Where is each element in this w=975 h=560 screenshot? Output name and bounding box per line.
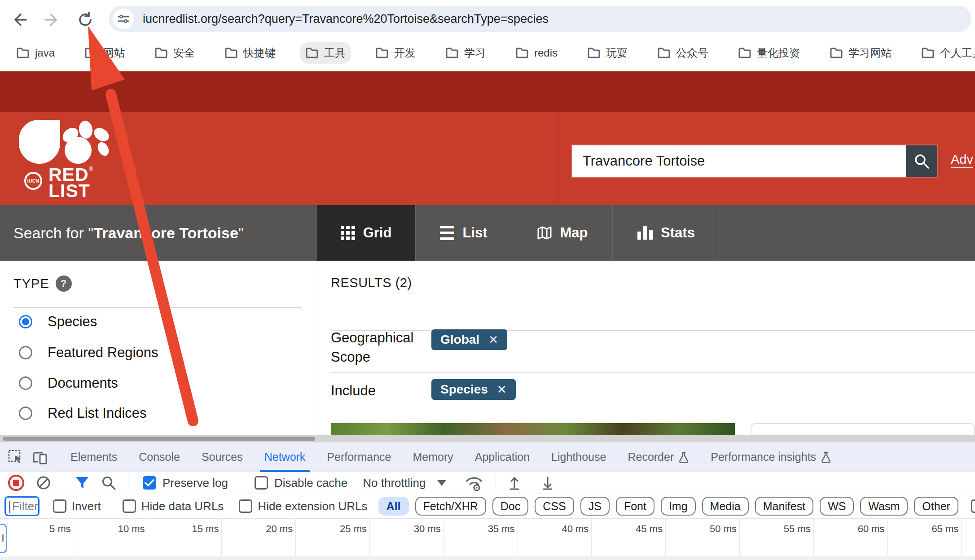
bookmark-folder[interactable]: 量化投资 (733, 42, 805, 64)
preserve-log-checkbox[interactable] (143, 476, 156, 490)
bookmark-folder[interactable]: 快捷键 (219, 42, 281, 64)
filter-pill-doc[interactable]: Doc (492, 497, 528, 516)
filter-pill-wasm[interactable]: Wasm (860, 497, 908, 516)
search-network-icon[interactable] (101, 475, 116, 490)
network-timeline-ruler[interactable]: 5 ms 10 ms 15 ms 20 ms 25 ms 30 ms 35 ms… (0, 519, 975, 560)
radio-icon[interactable] (19, 346, 32, 359)
filter-pill-ws[interactable]: WS (820, 497, 854, 516)
filter-pill-img[interactable]: Img (661, 497, 696, 516)
timeline-tick: 40 ms (518, 519, 592, 560)
iucn-redlist-logo[interactable]: IUCN RED® LIST (19, 119, 136, 200)
content-divider (317, 261, 317, 435)
devtools-tab-network[interactable]: Network (254, 442, 316, 472)
filter-funnel-icon[interactable] (75, 476, 89, 490)
bookmark-folder[interactable]: 学习网站 (824, 42, 897, 64)
import-har-icon[interactable] (508, 475, 521, 490)
hide-data-urls-label[interactable]: Hide data URLs (141, 499, 224, 513)
radio-documents[interactable]: Documents (19, 375, 118, 391)
export-har-icon[interactable] (541, 475, 554, 490)
network-conditions-icon[interactable] (464, 475, 484, 491)
clear-network-log-icon[interactable] (36, 475, 51, 490)
reload-button[interactable] (74, 8, 97, 31)
devtools-tab-memory[interactable]: Memory (402, 442, 464, 472)
site-search-button[interactable] (906, 145, 937, 177)
bookmark-folder[interactable]: java (11, 43, 60, 63)
forward-button[interactable] (40, 8, 63, 31)
logo-text-list: LIST (48, 182, 90, 200)
devtools-tab-application[interactable]: Application (464, 442, 540, 472)
hide-extension-urls-label[interactable]: Hide extension URLs (258, 499, 367, 513)
invert-label[interactable]: Invert (72, 499, 101, 513)
browser-chrome: iucnredlist.org/search?query=Travancore%… (0, 0, 975, 71)
device-toolbar-icon[interactable] (28, 445, 52, 469)
preserve-log-label[interactable]: Preserve log (162, 476, 228, 490)
back-button[interactable] (8, 8, 31, 31)
result-card[interactable] (751, 423, 975, 435)
radio-icon[interactable] (19, 407, 32, 420)
close-icon[interactable]: ✕ (488, 333, 498, 347)
bookmark-folder[interactable]: 安全 (149, 42, 200, 64)
filter-pill-other[interactable]: Other (914, 497, 958, 516)
blocked-cookies-checkbox[interactable] (971, 499, 975, 513)
devtools-tab-lighthouse[interactable]: Lighthouse (540, 442, 617, 472)
radio-icon[interactable] (19, 376, 32, 390)
filter-pill-media[interactable]: Media (702, 497, 749, 516)
devtools-tab-sources[interactable]: Sources (191, 442, 254, 472)
bookmark-folder[interactable]: 网站 (79, 42, 130, 64)
horizontal-scrollbar[interactable] (0, 435, 975, 442)
filter-pill-js[interactable]: JS (580, 497, 610, 516)
tab-stats[interactable]: Stats (612, 205, 720, 261)
disable-cache-label[interactable]: Disable cache (274, 476, 347, 490)
tab-grid[interactable]: Grid (317, 205, 415, 261)
devtools-tab-elements[interactable]: Elements (60, 442, 128, 472)
divider (56, 448, 56, 466)
type-heading: TYPE ? (13, 276, 72, 292)
bookmark-folder[interactable]: 个人工具 (916, 42, 975, 64)
bookmark-folder[interactable]: redis (510, 43, 563, 63)
devtools-tab-performance[interactable]: Performance (316, 442, 402, 472)
site-settings-icon[interactable] (113, 9, 134, 29)
bookmark-folder[interactable]: 玩耍 (582, 42, 633, 64)
bookmark-folder[interactable]: 公众号 (652, 42, 714, 64)
url-bar[interactable]: iucnredlist.org/search?query=Travancore%… (109, 6, 971, 32)
filter-pill-manifest[interactable]: Manifest (755, 497, 813, 516)
bookmark-folder[interactable]: 开发 (370, 42, 421, 64)
hide-data-urls-checkbox[interactable] (123, 499, 136, 513)
filter-pill-css[interactable]: CSS (535, 497, 574, 516)
radio-featured-regions[interactable]: Featured Regions (19, 345, 158, 361)
tab-map[interactable]: Map (512, 205, 612, 261)
filter-tag-species[interactable]: Species ✕ (431, 379, 516, 400)
invert-checkbox[interactable] (53, 499, 66, 513)
bookmark-folder-highlighted[interactable]: 工具 (300, 42, 351, 64)
radio-species[interactable]: Species (19, 314, 97, 330)
filter-pill-fetch-xhr[interactable]: Fetch/XHR (415, 497, 486, 516)
disable-cache-checkbox[interactable] (255, 476, 268, 490)
throttling-dropdown[interactable]: No throttling (363, 476, 446, 490)
devtools-tab-recorder[interactable]: Recorder (617, 442, 700, 472)
filter-tag-global[interactable]: Global ✕ (431, 329, 507, 350)
help-icon[interactable]: ? (56, 276, 72, 292)
radio-red-list-indices[interactable]: Red List Indices (19, 405, 147, 421)
bookmark-folder[interactable]: 学习 (440, 42, 491, 64)
filter-pill-all[interactable]: All (378, 497, 409, 516)
advanced-search-link[interactable]: Adv (951, 152, 973, 167)
inspect-element-icon[interactable] (4, 445, 28, 469)
tab-list[interactable]: List (415, 205, 512, 261)
radio-selected-icon[interactable] (19, 315, 32, 328)
divider (63, 475, 63, 490)
network-toolbar: Preserve log Disable cache No throttling (0, 472, 975, 494)
close-icon[interactable]: ✕ (497, 383, 507, 397)
folder-icon (377, 48, 387, 57)
hide-extension-urls-checkbox[interactable] (239, 499, 252, 513)
filter-pill-font[interactable]: Font (616, 497, 654, 516)
text-caret (9, 501, 10, 513)
network-filter-input[interactable]: Filter (4, 496, 40, 516)
folder-icon (226, 48, 237, 57)
record-network-log-button[interactable] (8, 475, 24, 491)
scrollbar-thumb[interactable] (3, 437, 315, 441)
devtools-tab-performance-insights[interactable]: Performance insights (700, 442, 842, 472)
devtools-tab-console[interactable]: Console (128, 442, 191, 472)
site-search-input[interactable] (572, 145, 906, 177)
paw-icon (92, 125, 111, 144)
result-photo[interactable] (331, 423, 735, 435)
